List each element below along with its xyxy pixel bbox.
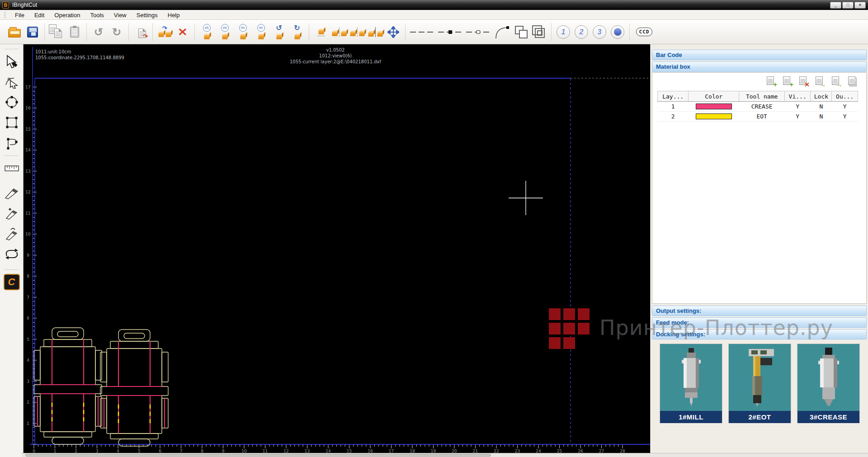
svg-text:9: 9 xyxy=(27,253,29,258)
mill-tool-label: 1#MILL xyxy=(660,411,722,423)
material-col-header[interactable]: Lock xyxy=(811,91,832,102)
rotate-90-cw-button[interactable]: 90 xyxy=(252,22,270,42)
sequence-3-button[interactable]: 3 xyxy=(590,22,609,42)
material-col-header[interactable]: Vi... xyxy=(784,91,811,102)
rotate-45-cw-button[interactable]: 45 xyxy=(216,22,234,42)
mirror-axis-button[interactable] xyxy=(366,22,384,42)
mirror-vertical-button[interactable] xyxy=(348,22,366,42)
group-button[interactable] xyxy=(512,22,530,42)
path-tool[interactable] xyxy=(2,133,21,152)
menu-view[interactable]: View xyxy=(109,11,132,19)
import-shape-button[interactable]: ↷ xyxy=(156,22,174,42)
rotate-cw-icon: ↻ xyxy=(294,24,300,32)
svg-text:27: 27 xyxy=(599,449,604,453)
material-col-header[interactable]: Tool name xyxy=(739,91,784,102)
material-table-row[interactable]: 1CREASEYNY xyxy=(658,102,858,112)
rectangle-tool[interactable] xyxy=(2,113,21,132)
ccd-icon: CCD xyxy=(636,28,653,36)
rotate-ccw-button[interactable]: ↺ xyxy=(270,22,288,42)
undo-button[interactable]: ↺ xyxy=(90,22,108,42)
select-cursor-icon xyxy=(5,55,19,68)
svg-text:4: 4 xyxy=(27,358,29,363)
svg-text:4: 4 xyxy=(117,449,119,453)
rotate-90-ccw-button[interactable]: 90 xyxy=(234,22,252,42)
sequence-2-button[interactable]: 2 xyxy=(572,22,590,42)
layer-color-swatch[interactable] xyxy=(696,113,732,119)
drawing-canvas[interactable]: 0123456789101112131415161718192021222324… xyxy=(24,44,650,453)
import-shape-icon: ↷ xyxy=(158,27,172,38)
section-feed-mode[interactable]: Feed mode: xyxy=(652,317,867,328)
ccd-button[interactable]: CCD xyxy=(632,22,656,42)
export-document-button[interactable]: ↷ xyxy=(132,22,150,42)
menu-settings[interactable]: Settings xyxy=(132,11,163,19)
svg-text:12: 12 xyxy=(283,449,288,453)
delete-button[interactable]: ✕ xyxy=(174,22,192,42)
svg-text:22: 22 xyxy=(494,449,499,453)
section-bar-code[interactable]: Bar Code xyxy=(652,50,867,60)
duplicate-layer-button[interactable] xyxy=(847,76,858,87)
measure-tool[interactable] xyxy=(2,159,21,178)
toolbar-separator xyxy=(405,24,406,41)
section-docking-settings[interactable]: Docking settings: xyxy=(652,329,867,339)
layer-color-swatch[interactable] xyxy=(696,104,732,109)
sequence-1-button[interactable]: 1 xyxy=(554,22,572,42)
line-style-plain-button[interactable] xyxy=(408,22,436,42)
paste-button[interactable] xyxy=(66,22,84,42)
knife-curve-tool[interactable] xyxy=(2,224,21,243)
menu-file[interactable]: File xyxy=(10,11,29,19)
tool-card-crease[interactable]: 3#CREASE xyxy=(797,344,860,423)
svg-text:19: 19 xyxy=(431,449,436,453)
select-tool[interactable] xyxy=(2,52,21,71)
carton-dielines[interactable] xyxy=(33,325,173,449)
minimize-button[interactable]: _ xyxy=(830,2,841,9)
close-button[interactable]: ✕ xyxy=(854,2,866,9)
knife-add-tool[interactable] xyxy=(2,204,21,223)
open-button[interactable] xyxy=(5,22,24,42)
tool-card-mill[interactable]: 1#MILL xyxy=(660,344,722,423)
menu-operation[interactable]: Operation xyxy=(49,11,85,19)
menu-tools[interactable]: Tools xyxy=(85,11,108,19)
copy-button[interactable] xyxy=(47,22,66,42)
circle-tool[interactable] xyxy=(2,93,21,112)
material-col-header[interactable]: Color xyxy=(689,91,739,102)
array-copy-button[interactable] xyxy=(312,22,330,42)
line-style-hollow-node-button[interactable] xyxy=(464,22,492,42)
knife-tool[interactable] xyxy=(2,184,21,203)
mirror-horizontal-button[interactable] xyxy=(330,22,348,42)
brand-logo-button[interactable]: C xyxy=(2,273,21,292)
brand-c-icon: C xyxy=(4,274,20,290)
section-output-settings[interactable]: Output settings: xyxy=(652,306,867,316)
scrollbar-thumb[interactable] xyxy=(25,454,491,457)
palette-separator xyxy=(5,155,19,156)
toolbar-separator xyxy=(551,24,552,41)
svg-text:12: 12 xyxy=(25,190,30,194)
move-button[interactable] xyxy=(384,22,402,42)
menu-help[interactable]: Help xyxy=(163,11,185,19)
export-layer-button[interactable]: → xyxy=(830,76,842,87)
node-edit-tool[interactable] xyxy=(2,72,21,91)
tool-card-eot[interactable]: 2#EOT xyxy=(728,344,791,423)
save-button[interactable] xyxy=(24,22,42,42)
maximize-button[interactable]: □ xyxy=(842,2,854,9)
rotate-45-ccw-button[interactable]: 45 xyxy=(198,22,216,42)
menu-grip xyxy=(5,12,5,18)
insert-layer-button[interactable]: + xyxy=(782,76,793,87)
ungroup-button[interactable] xyxy=(530,22,548,42)
material-col-header[interactable]: Lay... xyxy=(658,91,689,102)
line-style-node-button[interactable] xyxy=(436,22,464,42)
rotate-cw-button[interactable]: ↻ xyxy=(288,22,306,42)
add-material-icon xyxy=(767,76,774,85)
material-table-row[interactable]: 2EOTYNY xyxy=(658,112,858,122)
section-material-box[interactable]: Material box xyxy=(652,61,867,72)
add-material-button[interactable]: + xyxy=(765,76,777,87)
delete-layer-button[interactable]: ✕ xyxy=(798,76,809,87)
regenerate-tool[interactable] xyxy=(2,245,21,264)
svg-text:16: 16 xyxy=(368,449,373,453)
redo-button[interactable]: ↻ xyxy=(108,22,126,42)
import-layer-button[interactable]: → xyxy=(814,76,826,87)
sequence-all-button[interactable] xyxy=(609,22,627,42)
horizontal-scrollbar[interactable] xyxy=(22,453,868,457)
menu-edit[interactable]: Edit xyxy=(29,11,49,19)
material-col-header[interactable]: Ou... xyxy=(832,91,858,102)
arc-tool-button[interactable] xyxy=(492,22,512,42)
